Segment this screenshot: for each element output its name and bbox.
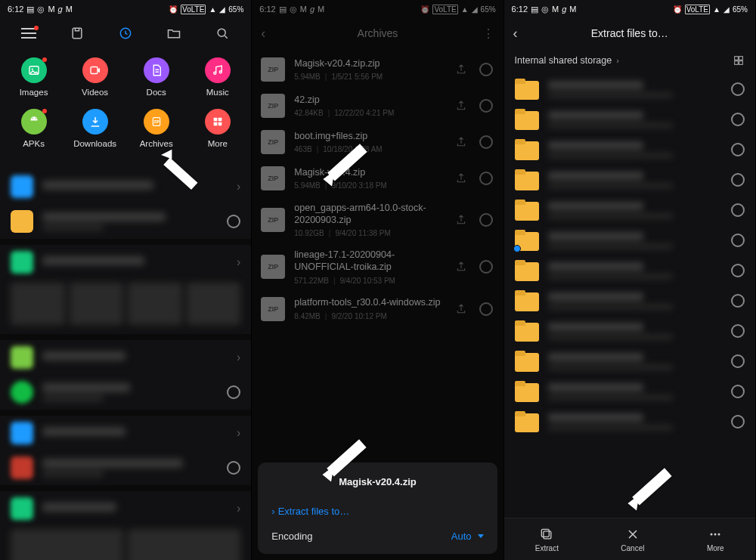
category-docs[interactable]: Docs [125,53,187,104]
select-radio[interactable] [731,173,745,187]
folder-row[interactable] [504,346,755,376]
select-radio[interactable] [731,264,745,277]
category-more[interactable]: More [187,104,248,156]
select-radio[interactable] [731,415,745,429]
encoding-row[interactable]: Encoding Auto [271,531,483,542]
share-icon[interactable] [455,214,467,226]
archive-list[interactable]: ZIPMagisk-v20.4.zip.zip5.94MB|1/5/21 5:5… [252,48,503,327]
category-grid: Images Videos Docs Music APKs [0,48,251,166]
file-row[interactable]: ZIPplatform-tools_r30.0.4-windows.zip8.4… [252,291,503,327]
folder-row[interactable] [504,104,755,135]
page-title: Archives [279,27,476,39]
share-icon[interactable] [455,172,467,184]
cancel-button[interactable]: Cancel [621,527,644,552]
view-grid-button[interactable] [733,54,745,67]
share-icon[interactable] [455,63,467,76]
search-button[interactable] [209,20,236,47]
list-item[interactable]: › [0,245,251,280]
notif-icon: M [66,5,73,14]
list-item[interactable] [0,450,251,485]
file-meta: 10.92GB|9/4/20 11:38 PM [294,229,445,237]
folder-tab[interactable] [160,20,187,47]
list-item[interactable]: › [0,340,251,375]
file-row[interactable]: ZIPMagisk-v20.4.zip5.94MB|9/10/20 3:18 P… [252,160,503,196]
share-icon[interactable] [455,100,467,112]
list-item[interactable]: › [0,169,251,204]
list-item[interactable]: › [0,416,251,450]
archives-toolbar: ‹ Archives ⋮ [252,18,503,48]
category-archives[interactable]: ZIP Archives [125,104,187,156]
select-radio[interactable] [479,172,493,185]
select-radio[interactable] [731,113,745,126]
folder-row[interactable] [504,286,755,316]
breadcrumb[interactable]: Internal shared storage › [504,48,755,74]
select-radio[interactable] [731,354,745,368]
select-radio[interactable] [227,385,240,399]
select-radio[interactable] [227,461,240,475]
share-icon[interactable] [455,303,467,315]
extract-action[interactable]: › Extract files to… [271,506,483,517]
category-label: Videos [82,88,108,97]
folder-icon [515,139,539,160]
file-row[interactable]: ZIPopen_gapps-arm64-10.0-stock-20200903.… [252,196,503,243]
back-button[interactable]: ‹ [261,26,279,42]
select-radio[interactable] [731,203,745,217]
list-item[interactable] [0,375,251,410]
folder-row[interactable] [504,225,755,255]
select-radio[interactable] [731,234,745,247]
select-radio[interactable] [731,385,745,398]
page-title: Extract files to… [534,27,725,39]
list-item[interactable]: › [0,491,251,526]
recent-list[interactable]: › › › › [0,166,251,560]
overflow-button[interactable]: ⋮ [476,26,494,41]
folder-row[interactable] [504,195,755,225]
folder-row[interactable] [504,74,755,104]
select-radio[interactable] [479,63,493,76]
file-name: open_gapps-arm64-10.0-stock-20200903.zip [294,203,445,226]
svg-point-7 [35,118,36,119]
folder-list[interactable] [504,74,755,509]
folder-icon [515,260,539,281]
select-radio[interactable] [731,294,745,308]
folder-row[interactable] [504,165,755,195]
extract-button[interactable]: Extract [535,527,559,552]
share-icon[interactable] [455,136,467,148]
file-row[interactable]: ZIPboot.img+files.zip463B|10/18/20 1:28 … [252,124,503,160]
file-row[interactable]: ZIPlineage-17.1-20200904-UNOFFICIAL-troi… [252,243,503,290]
select-radio[interactable] [731,143,745,156]
folder-row[interactable] [504,407,755,437]
back-button[interactable]: ‹ [513,26,534,42]
select-radio[interactable] [731,324,745,338]
category-label: APKs [23,139,45,148]
folder-row[interactable] [504,135,755,165]
more-button[interactable]: More [707,527,724,552]
svg-rect-13 [218,122,222,126]
select-radio[interactable] [479,213,493,227]
encoding-value: Auto [451,531,472,542]
folder-row[interactable] [504,316,755,346]
select-radio[interactable] [227,215,240,228]
category-downloads[interactable]: Downloads [64,104,125,156]
chevron-down-icon [478,534,484,538]
file-name: Magisk-v20.4.zip.zip [294,58,445,70]
file-row[interactable]: ZIP42.zip42.84KB|12/22/20 4:21 PM [252,88,503,124]
menu-button[interactable] [15,20,42,47]
folder-row[interactable] [504,376,755,407]
storage-icon[interactable] [64,20,91,47]
category-music[interactable]: Music [187,53,248,104]
notif-icon: M [48,5,54,14]
category-apks[interactable]: APKs [3,104,64,156]
select-radio[interactable] [731,82,745,96]
select-radio[interactable] [479,260,493,274]
folder-row[interactable] [504,255,755,286]
list-item[interactable] [0,204,251,239]
select-radio[interactable] [479,302,493,316]
recent-tab[interactable] [112,20,139,47]
select-radio[interactable] [479,135,493,149]
zip-icon: ZIP [261,208,285,232]
category-videos[interactable]: Videos [64,53,125,104]
file-row[interactable]: ZIPMagisk-v20.4.zip.zip5.94MB|1/5/21 5:5… [252,51,503,88]
category-images[interactable]: Images [3,53,64,104]
select-radio[interactable] [479,99,493,113]
share-icon[interactable] [455,261,467,273]
